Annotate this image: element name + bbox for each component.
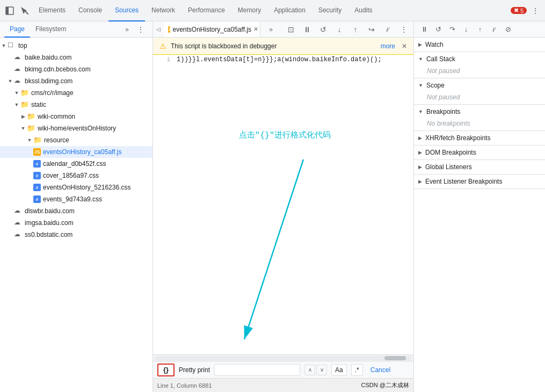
- tree-item-wiki-common[interactable]: 📁 wiki-common: [0, 111, 152, 122]
- tab-sources[interactable]: Sources: [108, 0, 145, 21]
- pretty-print-button[interactable]: {}: [157, 364, 175, 376]
- global-listeners-header[interactable]: ▶ Global Listeners: [414, 160, 545, 174]
- right-panel: ⏸ ↺ ↷ ↓ ↑ /∕ ⊘ ▶ Watch ▼ Call Stack Not …: [413, 21, 545, 392]
- warning-close-btn[interactable]: ✕: [402, 42, 407, 50]
- tab-network[interactable]: Network: [145, 0, 181, 21]
- tab-security[interactable]: Security: [312, 0, 348, 21]
- sidebar-menu-icon[interactable]: ⋮: [133, 22, 148, 37]
- breakpoints-section: ▼ Breakpoints No breakpoints: [414, 105, 545, 131]
- case-sensitive-btn[interactable]: Aa: [331, 364, 347, 376]
- watch-header[interactable]: ▶ Watch: [414, 38, 545, 52]
- tree-item-calendar-css[interactable]: # calendar_d0b452f.css: [0, 158, 152, 170]
- warning-more-link[interactable]: more: [381, 42, 395, 50]
- editor-action-step-into[interactable]: ↑: [348, 22, 363, 37]
- editor-tab-label: eventsOnHistory_ca05aff.js: [172, 26, 251, 33]
- tab-audits[interactable]: Audits: [348, 0, 379, 21]
- deactivate-btn[interactable]: ⊘: [502, 24, 514, 35]
- tab-performance[interactable]: Performance: [181, 0, 231, 21]
- xhr-header[interactable]: ▶ XHR/fetch Breakpoints: [414, 131, 545, 145]
- folder-icon-cms: 📁: [20, 89, 29, 97]
- breakpoints-header[interactable]: ▼ Breakpoints: [414, 105, 545, 119]
- editor-action-step-over[interactable]: ↓: [332, 22, 347, 37]
- tree-item-resource[interactable]: 📁 resource: [0, 134, 152, 146]
- warning-text: This script is blackboxed in debugger: [171, 42, 376, 50]
- more-tabs-icon[interactable]: ⋮: [528, 3, 543, 18]
- scope-arrow: ▼: [418, 83, 423, 88]
- tree-arrow-static: [13, 102, 20, 107]
- editor-action-redo[interactable]: ↺: [316, 22, 331, 37]
- watermark: CSDN @二木成林: [361, 381, 409, 389]
- dom-section: ▶ DOM Breakpoints: [414, 146, 545, 160]
- code-line-1: 1 1))}}l.eventsData[t]=n}}};a(window.bai…: [153, 55, 413, 64]
- folder-icon-static: 📁: [20, 100, 29, 109]
- tree-item-cms[interactable]: 📁 cms/rc/r/image: [0, 87, 152, 99]
- blackbox-btn[interactable]: /∕: [488, 24, 500, 35]
- sidebar-tab-page[interactable]: Page: [4, 21, 30, 38]
- search-arrows: ∧ ∨: [304, 365, 327, 375]
- blackbox-warning: ⚠ This script is blackboxed in debugger …: [153, 38, 413, 55]
- call-stack-header[interactable]: ▼ Call Stack: [414, 52, 545, 66]
- bottom-bar: {} Pretty print ∧ ∨ Aa .* Cancel: [153, 361, 413, 378]
- tree-item-wiki-home[interactable]: 📁 wiki-home/eventsOnHistory: [0, 122, 152, 134]
- tree-item-bkimg[interactable]: ☁ bkimg.cdn.bcebos.com: [0, 63, 152, 75]
- tree-item-events9-css[interactable]: # events_9d743a9.css: [0, 193, 152, 205]
- dom-label: DOM Breakpoints: [425, 149, 476, 156]
- step-over-btn[interactable]: ↷: [446, 24, 458, 35]
- tab-application[interactable]: Application: [267, 0, 312, 21]
- annotation-arrow: [153, 55, 413, 354]
- inspect-icon[interactable]: [17, 3, 32, 18]
- editor-tab-bar: ◁ J eventsOnHistory_ca05aff.js ✕ » ⊡ ⏸ ↺…: [153, 21, 413, 38]
- event-listener-header[interactable]: ▶ Event Listener Breakpoints: [414, 175, 545, 188]
- editor-action-pause[interactable]: ⏸: [300, 22, 315, 37]
- tree-arrow-wiki-home: [19, 126, 27, 131]
- tree-item-cover-css[interactable]: # cover_1856a97.css: [0, 170, 152, 182]
- folder-icon-wiki-home: 📁: [27, 124, 35, 133]
- pretty-print-label: Pretty print: [179, 366, 210, 374]
- tree-item-dlswbr[interactable]: ☁ dlswbr.baidu.com: [0, 205, 152, 217]
- event-listener-arrow: ▶: [418, 179, 422, 184]
- tree-item-ss0[interactable]: ☁ ss0.bdstatic.com: [0, 229, 152, 241]
- tree-item-bkssl[interactable]: ☁ bkssl.bdimg.com: [0, 75, 152, 87]
- dom-header[interactable]: ▶ DOM Breakpoints: [414, 146, 545, 159]
- code-editor[interactable]: 1 1))}}l.eventsData[t]=n}}};a(window.bai…: [153, 55, 413, 354]
- step-out-btn[interactable]: ↑: [474, 24, 486, 35]
- tree-item-events-js[interactable]: JS eventsOnHistory_ca05aff.js: [0, 146, 152, 158]
- scope-header[interactable]: ▼ Scope: [414, 78, 545, 92]
- sidebar-tab-filesystem[interactable]: Filesystem: [30, 21, 71, 38]
- tree-item-imgsa[interactable]: ☁ imgsa.baidu.com: [0, 217, 152, 229]
- step-into-btn[interactable]: ↓: [460, 24, 472, 35]
- tab-memory[interactable]: Memory: [231, 0, 267, 21]
- search-down-btn[interactable]: ∨: [316, 365, 327, 375]
- regex-btn[interactable]: .*: [351, 364, 363, 376]
- watch-label: Watch: [425, 41, 444, 48]
- tab-console[interactable]: Console: [72, 0, 108, 21]
- line-number: 1: [153, 55, 175, 64]
- editor-action-step-out[interactable]: ↪: [364, 22, 379, 37]
- cloud-icon-bkssl: ☁: [14, 77, 23, 85]
- search-input[interactable]: [214, 364, 300, 376]
- tree-item-events-css[interactable]: # eventsOnHistory_5216236.css: [0, 182, 152, 193]
- search-up-btn[interactable]: ∧: [304, 365, 315, 375]
- resume-btn[interactable]: ↺: [432, 24, 444, 35]
- tree-item-baike[interactable]: ☁ baike.baidu.com: [0, 52, 152, 63]
- tree-item-static[interactable]: 📁 static: [0, 99, 152, 111]
- tab-close-btn[interactable]: ✕: [253, 26, 258, 33]
- sidebar-tabs-more[interactable]: »: [123, 24, 131, 35]
- global-listeners-section: ▶ Global Listeners: [414, 160, 545, 175]
- tree-item-top[interactable]: ☐ top: [0, 40, 152, 52]
- tab-elements[interactable]: Elements: [32, 0, 72, 21]
- horizontal-scrollbar[interactable]: [153, 354, 413, 361]
- watch-section: ▶ Watch: [414, 38, 545, 52]
- editor-action-blackbox[interactable]: /∕: [380, 22, 395, 37]
- cancel-btn[interactable]: Cancel: [367, 366, 394, 374]
- editor-tabs-more[interactable]: »: [265, 24, 277, 35]
- scope-label: Scope: [426, 82, 445, 89]
- dock-icon[interactable]: [2, 3, 17, 18]
- editor-tab-nav-left[interactable]: ◁: [153, 24, 164, 34]
- editor-action-more[interactable]: ⋮: [396, 22, 411, 37]
- error-badge[interactable]: ✖ 5: [511, 7, 527, 14]
- pause-btn[interactable]: ⏸: [418, 24, 430, 35]
- editor-tab-active[interactable]: J eventsOnHistory_ca05aff.js ✕: [164, 21, 260, 38]
- editor-action-screen[interactable]: ⊡: [284, 22, 299, 37]
- cloud-icon-baike: ☁: [14, 53, 23, 62]
